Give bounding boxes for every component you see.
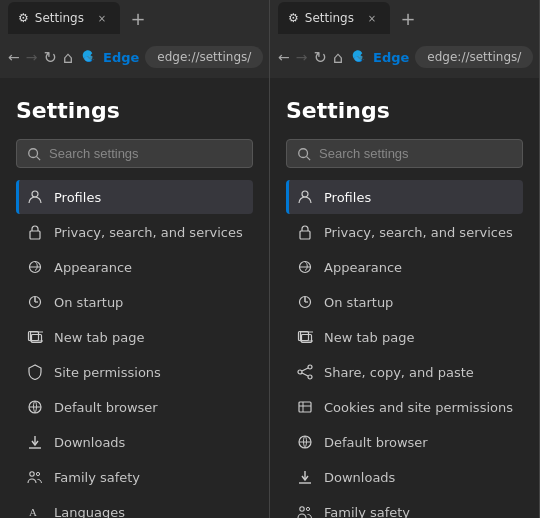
new-tab-button[interactable]: + — [124, 4, 152, 32]
nav-item-permissions[interactable]: Site permissions — [16, 355, 253, 389]
address-bar: ← → ↻ ⌂ Edge edge://settings/ — [270, 36, 539, 78]
tab-title: Settings — [305, 11, 354, 25]
cookies-icon — [296, 398, 314, 416]
newtab-label: New tab page — [54, 330, 144, 345]
search-input[interactable] — [319, 146, 512, 161]
permissions-icon — [26, 363, 44, 381]
settings-panel: Settings Profiles Privacy, search, and s… — [270, 78, 539, 518]
profiles-label: Profiles — [324, 190, 371, 205]
search-input[interactable] — [49, 146, 242, 161]
browser-window-2: ⚙ Settings ×+ ← → ↻ ⌂ Edge edge://settin… — [270, 0, 540, 518]
nav-item-privacy[interactable]: Privacy, search, and services — [286, 215, 523, 249]
startup-icon — [26, 293, 44, 311]
tab-bar: ⚙ Settings ×+ — [0, 0, 269, 36]
svg-point-2 — [32, 191, 38, 197]
tab-title: Settings — [35, 11, 84, 25]
browser-window-1: ⚙ Settings ×+ ← → ↻ ⌂ Edge edge://settin… — [0, 0, 270, 518]
nav-item-appearance[interactable]: Appearance — [286, 250, 523, 284]
appearance-label: Appearance — [54, 260, 132, 275]
startup-label: On startup — [324, 295, 393, 310]
downloads-icon — [296, 468, 314, 486]
nav-item-cookies[interactable]: Cookies and site permissions — [286, 390, 523, 424]
nav-item-family[interactable]: Family safety — [286, 495, 523, 518]
profiles-label: Profiles — [54, 190, 101, 205]
cookies-label: Cookies and site permissions — [324, 400, 513, 415]
settings-panel: Settings Profiles Privacy, search, and s… — [0, 78, 269, 518]
newtab-icon — [296, 328, 314, 346]
family-label: Family safety — [324, 505, 410, 519]
tab-bar: ⚙ Settings ×+ — [270, 0, 539, 36]
browser-label: Default browser — [54, 400, 158, 415]
family-icon — [26, 468, 44, 486]
address-bar: ← → ↻ ⌂ Edge edge://settings/ — [0, 36, 269, 78]
svg-point-28 — [299, 148, 308, 157]
nav-item-privacy[interactable]: Privacy, search, and services — [16, 215, 253, 249]
downloads-label: Downloads — [54, 435, 125, 450]
forward-button[interactable]: → — [296, 45, 308, 69]
nav-item-family[interactable]: Family safety — [16, 460, 253, 494]
svg-rect-3 — [30, 231, 40, 239]
languages-label: Languages — [54, 505, 125, 519]
nav-item-newtab[interactable]: New tab page — [286, 320, 523, 354]
home-button[interactable]: ⌂ — [333, 45, 343, 69]
svg-point-15 — [30, 472, 34, 476]
nav-item-languages[interactable]: A Languages — [16, 495, 253, 518]
nav-item-startup[interactable]: On startup — [16, 285, 253, 319]
tab-favicon: ⚙ — [18, 11, 29, 25]
reload-button[interactable]: ↻ — [313, 45, 326, 69]
edge-logo-icon — [79, 47, 97, 67]
edge-logo-icon — [349, 47, 367, 67]
svg-point-51 — [300, 507, 304, 511]
family-icon — [296, 503, 314, 518]
browser-icon — [26, 398, 44, 416]
home-button[interactable]: ⌂ — [63, 45, 73, 69]
tab-close-button[interactable]: × — [364, 10, 380, 26]
search-box[interactable] — [286, 139, 523, 168]
address-field[interactable]: edge://settings/ — [145, 46, 263, 68]
nav-item-profiles[interactable]: Profiles — [16, 180, 253, 214]
nav-item-browser[interactable]: Default browser — [286, 425, 523, 459]
nav-item-downloads[interactable]: Downloads — [286, 460, 523, 494]
nav-item-share[interactable]: Share, copy, and paste — [286, 355, 523, 389]
reload-button[interactable]: ↻ — [43, 45, 56, 69]
family-label: Family safety — [54, 470, 140, 485]
active-tab[interactable]: ⚙ Settings × — [278, 2, 390, 34]
settings-title: Settings — [16, 98, 253, 123]
svg-point-41 — [308, 375, 312, 379]
active-tab[interactable]: ⚙ Settings × — [8, 2, 120, 34]
browser-icon — [296, 433, 314, 451]
new-tab-button[interactable]: + — [394, 4, 422, 32]
svg-rect-44 — [299, 402, 311, 412]
back-button[interactable]: ← — [278, 45, 290, 69]
appearance-label: Appearance — [324, 260, 402, 275]
search-icon — [27, 147, 41, 161]
browser-label: Default browser — [324, 435, 428, 450]
search-box[interactable] — [16, 139, 253, 168]
nav-item-profiles[interactable]: Profiles — [286, 180, 523, 214]
tab-close-button[interactable]: × — [94, 10, 110, 26]
svg-line-29 — [307, 156, 311, 160]
brand-label: Edge — [103, 50, 139, 65]
nav-item-downloads[interactable]: Downloads — [16, 425, 253, 459]
forward-button[interactable]: → — [26, 45, 38, 69]
privacy-icon — [26, 223, 44, 241]
settings-title: Settings — [286, 98, 523, 123]
nav-item-appearance[interactable]: Appearance — [16, 250, 253, 284]
profiles-icon — [296, 188, 314, 206]
svg-point-52 — [306, 507, 309, 510]
svg-line-43 — [302, 373, 308, 376]
nav-item-browser[interactable]: Default browser — [16, 390, 253, 424]
nav-item-startup[interactable]: On startup — [286, 285, 523, 319]
privacy-icon — [296, 223, 314, 241]
appearance-icon — [26, 258, 44, 276]
appearance-icon — [296, 258, 314, 276]
downloads-label: Downloads — [324, 470, 395, 485]
search-icon — [297, 147, 311, 161]
back-button[interactable]: ← — [8, 45, 20, 69]
svg-text:A: A — [29, 506, 37, 518]
languages-icon: A — [26, 503, 44, 518]
address-field[interactable]: edge://settings/ — [415, 46, 533, 68]
svg-point-0 — [29, 148, 38, 157]
permissions-label: Site permissions — [54, 365, 161, 380]
nav-item-newtab[interactable]: New tab page — [16, 320, 253, 354]
